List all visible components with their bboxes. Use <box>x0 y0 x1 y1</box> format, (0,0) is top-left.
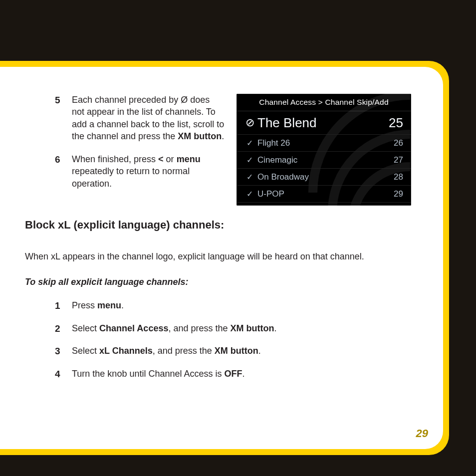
channel-lead: ✓On Broadway <box>245 172 309 182</box>
step: 3Select xL Channels, and press the XM bu… <box>55 345 423 358</box>
channel-lead: ✓Cinemagic <box>245 155 297 165</box>
text-run: or <box>164 154 177 164</box>
step-body: Press menu. <box>72 299 423 312</box>
channel-name: On Broadway <box>257 172 309 182</box>
text-run: Select <box>72 323 99 333</box>
step-number: 2 <box>55 322 72 335</box>
bold-run: OFF <box>225 369 242 379</box>
channel-lead: ⊘The Blend <box>245 115 317 131</box>
text-run: Turn the knob until Channel Access is <box>72 369 225 379</box>
channel-number: 27 <box>394 155 403 165</box>
step-number: 6 <box>55 153 72 190</box>
channel-name: Cinemagic <box>257 155 297 165</box>
text-run: . <box>258 346 261 356</box>
channel-name: Flight 26 <box>257 138 290 148</box>
screen-rows: ⊘The Blend25✓Flight 2626✓Cinemagic27✓On … <box>237 111 411 203</box>
bold-run: XM button <box>215 346 258 356</box>
check-icon: ✓ <box>245 172 253 182</box>
bold-run: menu <box>177 154 201 164</box>
step: 4 Turn the knob until Channel Access is … <box>55 368 423 381</box>
bold-run: < <box>158 154 164 164</box>
step: 1Press menu. <box>55 299 423 312</box>
channel-name: The Blend <box>257 115 317 131</box>
channel-lead: ✓Flight 26 <box>245 138 290 148</box>
bold-run: XM button <box>178 131 222 141</box>
step: 6When finished, press < or menu repeated… <box>55 153 225 190</box>
bold-run: Channel Access <box>99 323 168 333</box>
step-body: Turn the knob until Channel Access is OF… <box>72 368 423 381</box>
bold-run: xL Channels <box>99 346 153 356</box>
intro-text: When xL appears in the channel logo, exp… <box>25 250 423 263</box>
channel-number: 28 <box>394 172 403 182</box>
top-steps: 5Each channel preceded by Ø does not app… <box>25 94 225 201</box>
page-outer: 5Each channel preceded by Ø does not app… <box>0 61 449 455</box>
channel-row: ✓On Broadway28 <box>237 169 411 186</box>
sub-heading: To skip all explicit language channels: <box>25 277 423 287</box>
channel-row: ✓Flight 2626 <box>237 135 411 152</box>
step-body: Select xL Channels, and press the XM but… <box>72 345 423 358</box>
text-run: repeatedly to return to normal operation… <box>72 166 190 188</box>
bold-run: menu <box>97 300 121 310</box>
text-run: . <box>222 131 224 141</box>
text-run: When finished, press <box>72 154 158 164</box>
check-icon: ✓ <box>245 138 253 148</box>
page-number: 29 <box>416 427 428 440</box>
step: 2Select Channel Access, and press the XM… <box>55 322 423 335</box>
text-run: , and press the <box>153 346 215 356</box>
page-inner: 5Each channel preceded by Ø does not app… <box>0 67 443 449</box>
step-number: 3 <box>55 345 72 358</box>
step-body: When finished, press < or menu repeatedl… <box>72 153 225 190</box>
text-run: Press <box>72 300 97 310</box>
channel-number: 25 <box>389 115 403 131</box>
section-heading: Block xL (explicit language) channels: <box>25 219 423 232</box>
bold-run: XM button <box>231 323 274 333</box>
screen-header: Channel Access > Channel Skip/Add <box>237 94 411 111</box>
step: 5Each channel preceded by Ø does not app… <box>55 94 225 142</box>
channel-name: U-POP <box>257 189 284 199</box>
channel-row: ⊘The Blend25 <box>237 111 411 135</box>
step-number: 4 <box>55 368 72 381</box>
text-run: Select <box>72 346 99 356</box>
channel-lead: ✓U-POP <box>245 189 284 199</box>
check-icon: ✓ <box>245 155 253 165</box>
channel-number: 26 <box>394 138 403 148</box>
text-run: . <box>274 323 277 333</box>
step-number: 5 <box>55 94 72 142</box>
page-content: 5Each channel preceded by Ø does not app… <box>0 67 443 449</box>
check-icon: ✓ <box>245 189 253 199</box>
bottom-steps: 1Press menu.2Select Channel Access, and … <box>25 299 423 381</box>
text-run: , and press the <box>168 323 230 333</box>
channel-row: ✓U-POP29 <box>237 186 411 203</box>
text-run: . <box>121 300 124 310</box>
top-grid: 5Each channel preceded by Ø does not app… <box>25 94 423 206</box>
skip-icon: ⊘ <box>245 116 253 129</box>
step-body: Select Channel Access, and press the XM … <box>72 322 423 335</box>
channel-row: ✓Cinemagic27 <box>237 152 411 169</box>
text-run: . <box>242 369 245 379</box>
channel-number: 29 <box>394 189 403 199</box>
step-number: 1 <box>55 299 72 312</box>
step-body: Each channel preceded by Ø does not appe… <box>72 94 225 142</box>
device-screen: Channel Access > Channel Skip/Add ⊘The B… <box>237 94 411 206</box>
